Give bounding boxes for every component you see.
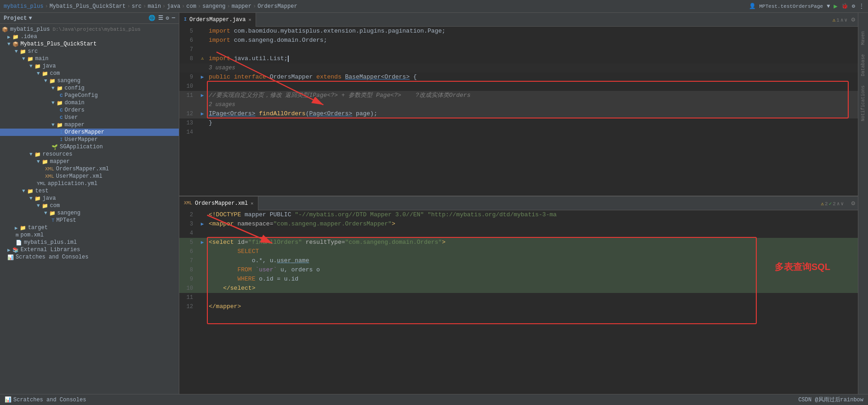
collapse-icon[interactable]: — [172,15,175,22]
xml-tab-options[interactable]: ⚠ 2 ✓ 2 ∧ ∨ ⚙ [821,199,858,207]
bc-quickstart[interactable]: Mybatis_Plus_QuickStart [50,3,126,10]
maven-label[interactable]: Maven [861,31,866,45]
globe-icon[interactable]: 🌐 [148,15,155,22]
bc-com[interactable]: com [186,3,196,10]
scratches-bar-label[interactable]: Scratches and Consoles [13,397,86,403]
tree-orders[interactable]: C Orders [0,107,179,114]
more-options[interactable]: ⋮ [859,3,864,10]
tree-main[interactable]: ▼ 📁 main [0,55,179,62]
folder-icon: 📁 [42,203,48,209]
folder-icon: 📁 [57,100,63,106]
java-tab[interactable]: I OrdersMapper.java ✕ [179,13,256,27]
tree-label: config [65,85,85,91]
tree-usermapper[interactable]: I UserMapper [0,136,179,143]
bc-sangeng[interactable]: sangeng [202,3,225,10]
sidebar-icons: 🌐 ☰ ⚙ — [148,15,175,22]
notifications-label[interactable]: Notifications [861,85,866,121]
tree-scratches[interactable]: 📊 Scratches and Consoles [0,253,179,261]
tree-mybatis_plus[interactable]: 📦 mybatis_plus D:\Java\projects\mybatis_… [0,26,179,33]
tree-ordersmapper-xml[interactable]: XML OrdersMapper.xml [0,165,179,173]
run-gutter-icon-12[interactable]: ▶ [201,109,204,118]
tree-label: mybatis_plus.iml [24,239,77,246]
project-dropdown[interactable]: ▼ [29,15,32,22]
tree-usermapper-xml[interactable]: XML UserMapper.xml [0,173,179,180]
xml-line-2: 2 <!DOCTYPE mapper PUBLIC "-//mybatis.or… [179,210,858,219]
run-button[interactable]: ▶ [834,2,837,10]
bc-mybatis_plus[interactable]: mybatis_plus [4,3,43,10]
arrow-open-icon: ▼ [51,122,55,128]
interface-icon: I [60,137,63,142]
tree-iml[interactable]: 📄 mybatis_plus.iml [0,239,179,246]
tree-pageconfig[interactable]: C PageConfig [0,92,179,99]
run-config-dropdown[interactable]: ▼ [827,3,830,10]
tree-test[interactable]: ▼ 📁 test [0,187,179,195]
gear-tab-icon[interactable]: ⚙ [851,16,855,23]
xml-tab-close[interactable]: ✕ [251,201,253,206]
tree-label: java [43,195,56,202]
tree-ordersmapper[interactable]: I OrdersMapper [0,129,179,136]
bc-java[interactable]: java [167,3,180,10]
tab-options[interactable]: ⚠ 1 ∧ ∨ ⚙ [833,16,858,23]
tree-domain[interactable]: ▼ 📁 domain [0,99,179,107]
code-line-13: 13 } [179,118,858,128]
tree-test-sangeng[interactable]: ▼ 📁 sangeng [0,209,179,217]
tree-idea[interactable]: ▶ 📁 .idea [0,33,179,40]
scratches-icon: 📊 [7,254,14,260]
folder-icon: 📁 [57,85,63,91]
run-gutter-icon[interactable]: ▶ [201,73,204,82]
tree-mapper[interactable]: ▼ 📁 mapper [0,121,179,129]
java-code-area[interactable]: 5 import com.baomidou.mybatisplus.extens… [179,27,858,196]
run-gutter-xml-5[interactable]: ▶ [201,238,204,247]
warn-indicator-java: ⚠ 1 ∧ ∨ [833,17,847,23]
gear-xml-icon[interactable]: ⚙ [851,200,855,207]
tree-quickstart[interactable]: ▼ 📦 Mybatis_Plus_QuickStart [0,40,179,48]
tree-mapper-res[interactable]: ▼ 📁 mapper [0,158,179,165]
tree-label: test [35,188,49,194]
xml-icon: XML [45,166,54,172]
tree-config[interactable]: ▼ 📁 config [0,84,179,92]
java-tab-close[interactable]: ✕ [248,17,251,22]
gear-icon[interactable]: ⚙ [166,15,169,22]
tree-java[interactable]: ▼ 📁 java [0,62,179,70]
tree-target[interactable]: ▶ 📁 target [0,224,179,231]
code-line-12: 12 ▶ IPage<Orders> findAllOrders(Page<Or… [179,109,858,118]
bc-ordersmapper[interactable]: OrdersMapper [257,3,297,10]
tree-com[interactable]: ▼ 📁 com [0,70,179,77]
tree-sangeng[interactable]: ▼ 📁 sangeng [0,77,179,84]
settings-icon[interactable]: ⚙ [852,3,855,10]
tree-test-com[interactable]: ▼ 📁 com [0,202,179,209]
tree-label: Mybatis_Plus_QuickStart [21,41,97,47]
xml-tab[interactable]: XML OrdersMapper.xml ✕ [179,197,258,210]
class-icon: C [60,93,63,98]
code-line-5: 5 import com.baomidou.mybatisplus.extens… [179,27,858,36]
tree-label: MPTest [57,217,76,224]
iml-icon: 📄 [16,240,22,246]
tree-resources[interactable]: ▼ 📁 resources [0,151,179,158]
tree-src[interactable]: ▼ 📁 src [0,48,179,55]
run-gutter-xml-3[interactable]: ▶ [201,219,204,229]
xml-line-8: 8 FROM `user` u, orders o [179,265,858,275]
debug-button[interactable]: 🐞 [841,3,848,10]
tree-pom-xml[interactable]: m pom.xml [0,231,179,239]
project-tree: 📦 mybatis_plus D:\Java\projects\mybatis_… [0,24,179,394]
folder-icon: 📁 [49,210,56,216]
tree-mptest[interactable]: T MPTest [0,217,179,224]
maven-icon: m [16,232,19,238]
tree-sgapplication[interactable]: 🌱 SGApplication [0,143,179,151]
list-icon[interactable]: ☰ [158,15,163,22]
bc-mapper[interactable]: mapper [232,3,251,10]
tree-label: main [35,56,49,62]
xml-code-area[interactable]: 2 <!DOCTYPE mapper PUBLIC "-//mybatis.or… [179,210,858,394]
tree-label: OrdersMapper.xml [56,166,109,172]
bc-main[interactable]: main [148,3,161,10]
tree-ext-libs[interactable]: ▶ 📚 External Libraries [0,246,179,253]
bc-src[interactable]: src [131,3,142,10]
tree-user[interactable]: C User [0,114,179,121]
xml-icon: XML [45,174,54,179]
tree-application-yml[interactable]: YML application.yml [0,180,179,187]
run-gutter-icon-11[interactable]: ▶ [201,91,204,100]
folder-icon: 📁 [20,49,26,55]
database-label[interactable]: Database [861,54,866,76]
tree-test-java[interactable]: ▼ 📁 java [0,195,179,202]
code-line-10: 10 [179,82,858,91]
